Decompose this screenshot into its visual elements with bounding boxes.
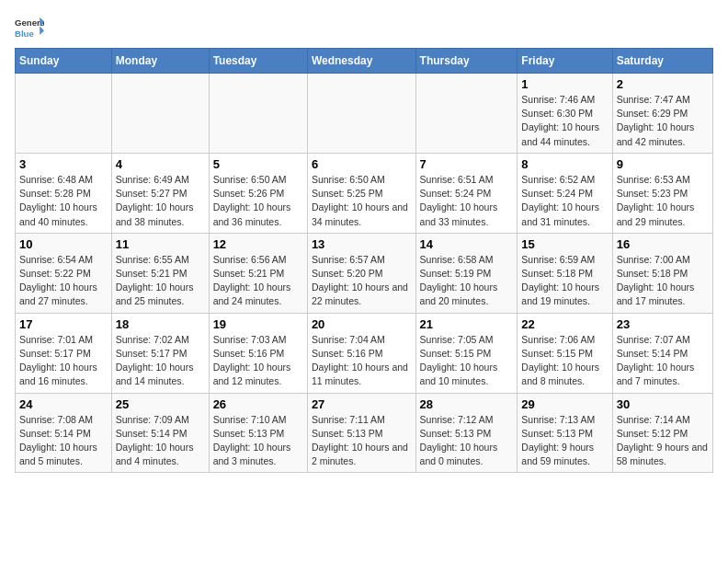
day-info: Sunrise: 7:47 AM Sunset: 6:29 PM Dayligh… [617, 93, 709, 149]
day-number: 4 [116, 157, 205, 171]
week-row-4: 17Sunrise: 7:01 AM Sunset: 5:17 PM Dayli… [16, 313, 713, 393]
day-number: 17 [19, 317, 108, 331]
day-info: Sunrise: 7:08 AM Sunset: 5:14 PM Dayligh… [19, 413, 108, 469]
day-info: Sunrise: 7:01 AM Sunset: 5:17 PM Dayligh… [19, 333, 108, 389]
day-info: Sunrise: 7:05 AM Sunset: 5:15 PM Dayligh… [420, 333, 514, 389]
calendar-cell: 4Sunrise: 6:49 AM Sunset: 5:27 PM Daylig… [111, 153, 209, 233]
day-number: 6 [312, 157, 412, 171]
calendar-cell: 17Sunrise: 7:01 AM Sunset: 5:17 PM Dayli… [16, 313, 112, 393]
day-number: 7 [420, 157, 514, 171]
week-row-3: 10Sunrise: 6:54 AM Sunset: 5:22 PM Dayli… [16, 233, 713, 313]
calendar-cell: 29Sunrise: 7:13 AM Sunset: 5:13 PM Dayli… [518, 393, 612, 473]
day-number: 24 [19, 397, 108, 411]
day-info: Sunrise: 7:09 AM Sunset: 5:14 PM Dayligh… [116, 413, 205, 469]
day-number: 8 [521, 157, 608, 171]
day-number: 11 [116, 237, 205, 251]
day-info: Sunrise: 7:02 AM Sunset: 5:17 PM Dayligh… [116, 333, 205, 389]
calendar-cell [16, 74, 112, 154]
day-number: 2 [617, 77, 709, 91]
day-info: Sunrise: 7:06 AM Sunset: 5:15 PM Dayligh… [521, 333, 608, 389]
calendar-cell: 24Sunrise: 7:08 AM Sunset: 5:14 PM Dayli… [16, 393, 112, 473]
day-info: Sunrise: 7:11 AM Sunset: 5:13 PM Dayligh… [312, 413, 412, 469]
calendar-cell: 10Sunrise: 6:54 AM Sunset: 5:22 PM Dayli… [16, 233, 112, 313]
day-number: 23 [617, 317, 709, 331]
day-info: Sunrise: 6:56 AM Sunset: 5:21 PM Dayligh… [213, 253, 303, 309]
day-number: 5 [213, 157, 303, 171]
calendar-cell: 5Sunrise: 6:50 AM Sunset: 5:26 PM Daylig… [209, 153, 307, 233]
calendar-cell [307, 74, 415, 154]
calendar-cell: 11Sunrise: 6:55 AM Sunset: 5:21 PM Dayli… [111, 233, 209, 313]
week-row-1: 1Sunrise: 7:46 AM Sunset: 6:30 PM Daylig… [16, 74, 713, 154]
calendar-cell: 30Sunrise: 7:14 AM Sunset: 5:12 PM Dayli… [612, 393, 712, 473]
day-info: Sunrise: 6:59 AM Sunset: 5:18 PM Dayligh… [521, 253, 608, 309]
day-info: Sunrise: 7:00 AM Sunset: 5:18 PM Dayligh… [617, 253, 709, 309]
day-number: 22 [521, 317, 608, 331]
day-info: Sunrise: 7:13 AM Sunset: 5:13 PM Dayligh… [521, 413, 608, 469]
calendar-cell: 9Sunrise: 6:53 AM Sunset: 5:23 PM Daylig… [612, 153, 712, 233]
day-number: 19 [213, 317, 303, 331]
day-number: 27 [312, 397, 412, 411]
calendar-cell: 19Sunrise: 7:03 AM Sunset: 5:16 PM Dayli… [209, 313, 307, 393]
day-number: 30 [617, 397, 709, 411]
day-info: Sunrise: 7:12 AM Sunset: 5:13 PM Dayligh… [420, 413, 514, 469]
calendar-cell: 3Sunrise: 6:48 AM Sunset: 5:28 PM Daylig… [16, 153, 112, 233]
weekday-header-tuesday: Tuesday [209, 49, 307, 74]
calendar-cell [111, 74, 209, 154]
weekday-header-row: SundayMondayTuesdayWednesdayThursdayFrid… [16, 49, 713, 74]
day-number: 3 [19, 157, 108, 171]
day-info: Sunrise: 7:03 AM Sunset: 5:16 PM Dayligh… [213, 333, 303, 389]
day-number: 10 [19, 237, 108, 251]
calendar-table: SundayMondayTuesdayWednesdayThursdayFrid… [15, 48, 713, 473]
day-number: 28 [420, 397, 514, 411]
day-info: Sunrise: 6:51 AM Sunset: 5:24 PM Dayligh… [420, 173, 514, 229]
day-info: Sunrise: 6:48 AM Sunset: 5:28 PM Dayligh… [19, 173, 108, 229]
day-info: Sunrise: 7:10 AM Sunset: 5:13 PM Dayligh… [213, 413, 303, 469]
day-number: 14 [420, 237, 514, 251]
calendar-cell: 22Sunrise: 7:06 AM Sunset: 5:15 PM Dayli… [518, 313, 612, 393]
svg-text:Blue: Blue [15, 29, 34, 39]
calendar-cell: 25Sunrise: 7:09 AM Sunset: 5:14 PM Dayli… [111, 393, 209, 473]
calendar-cell: 27Sunrise: 7:11 AM Sunset: 5:13 PM Dayli… [307, 393, 415, 473]
day-number: 9 [617, 157, 709, 171]
day-info: Sunrise: 6:50 AM Sunset: 5:25 PM Dayligh… [312, 173, 412, 229]
calendar-cell: 28Sunrise: 7:12 AM Sunset: 5:13 PM Dayli… [415, 393, 518, 473]
calendar-cell: 8Sunrise: 6:52 AM Sunset: 5:24 PM Daylig… [518, 153, 612, 233]
day-number: 18 [116, 317, 205, 331]
day-info: Sunrise: 7:07 AM Sunset: 5:14 PM Dayligh… [617, 333, 709, 389]
day-info: Sunrise: 7:04 AM Sunset: 5:16 PM Dayligh… [312, 333, 412, 389]
calendar-cell: 13Sunrise: 6:57 AM Sunset: 5:20 PM Dayli… [307, 233, 415, 313]
day-number: 15 [521, 237, 608, 251]
calendar-cell: 16Sunrise: 7:00 AM Sunset: 5:18 PM Dayli… [612, 233, 712, 313]
weekday-header-wednesday: Wednesday [307, 49, 415, 74]
day-number: 16 [617, 237, 709, 251]
weekday-header-sunday: Sunday [16, 49, 112, 74]
calendar-cell: 20Sunrise: 7:04 AM Sunset: 5:16 PM Dayli… [307, 313, 415, 393]
day-number: 1 [521, 77, 608, 91]
day-number: 21 [420, 317, 514, 331]
weekday-header-friday: Friday [518, 49, 612, 74]
day-info: Sunrise: 7:46 AM Sunset: 6:30 PM Dayligh… [521, 93, 608, 149]
day-info: Sunrise: 6:50 AM Sunset: 5:26 PM Dayligh… [213, 173, 303, 229]
day-info: Sunrise: 7:14 AM Sunset: 5:12 PM Dayligh… [617, 413, 709, 469]
calendar-cell: 6Sunrise: 6:50 AM Sunset: 5:25 PM Daylig… [307, 153, 415, 233]
day-number: 20 [312, 317, 412, 331]
day-info: Sunrise: 6:58 AM Sunset: 5:19 PM Dayligh… [420, 253, 514, 309]
calendar-cell: 2Sunrise: 7:47 AM Sunset: 6:29 PM Daylig… [612, 74, 712, 154]
calendar-cell: 14Sunrise: 6:58 AM Sunset: 5:19 PM Dayli… [415, 233, 518, 313]
calendar-cell: 7Sunrise: 6:51 AM Sunset: 5:24 PM Daylig… [415, 153, 518, 233]
logo: General Blue [15, 15, 44, 40]
weekday-header-thursday: Thursday [415, 49, 518, 74]
day-info: Sunrise: 6:53 AM Sunset: 5:23 PM Dayligh… [617, 173, 709, 229]
day-info: Sunrise: 6:52 AM Sunset: 5:24 PM Dayligh… [521, 173, 608, 229]
day-number: 26 [213, 397, 303, 411]
calendar-cell: 23Sunrise: 7:07 AM Sunset: 5:14 PM Dayli… [612, 313, 712, 393]
calendar-cell: 21Sunrise: 7:05 AM Sunset: 5:15 PM Dayli… [415, 313, 518, 393]
calendar-cell: 12Sunrise: 6:56 AM Sunset: 5:21 PM Dayli… [209, 233, 307, 313]
calendar-cell: 1Sunrise: 7:46 AM Sunset: 6:30 PM Daylig… [518, 74, 612, 154]
day-info: Sunrise: 6:57 AM Sunset: 5:20 PM Dayligh… [312, 253, 412, 309]
calendar-cell: 18Sunrise: 7:02 AM Sunset: 5:17 PM Dayli… [111, 313, 209, 393]
day-number: 29 [521, 397, 608, 411]
day-number: 12 [213, 237, 303, 251]
calendar-cell [209, 74, 307, 154]
day-info: Sunrise: 6:54 AM Sunset: 5:22 PM Dayligh… [19, 253, 108, 309]
